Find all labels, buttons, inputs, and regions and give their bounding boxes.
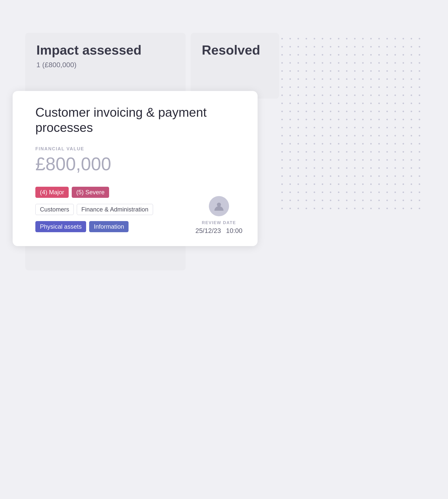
tag-severe[interactable]: (5) Severe (72, 187, 109, 198)
decorative-dot (403, 151, 404, 153)
decorative-dot (354, 54, 356, 56)
decorative-dot (362, 208, 364, 209)
decorative-dot (362, 111, 364, 112)
decorative-dot (419, 94, 420, 96)
decorative-dot (314, 183, 315, 185)
decorative-dot (403, 200, 404, 201)
decorative-dot (378, 167, 380, 169)
decorative-dot (403, 159, 404, 161)
decorative-dot (297, 119, 299, 120)
decorative-dot (354, 200, 356, 201)
decorative-dot (362, 159, 364, 161)
review-time-value: 10:00 (226, 227, 242, 235)
decorative-dot (362, 103, 364, 104)
decorative-dot (338, 111, 339, 112)
decorative-dot (338, 151, 339, 153)
decorative-dot (281, 167, 283, 169)
decorative-dot (386, 151, 388, 153)
review-date: 25/12/23 10:00 (195, 227, 242, 235)
decorative-dot (362, 135, 364, 136)
decorative-dot (419, 62, 420, 64)
decorative-dot (306, 70, 307, 72)
decorative-dot (386, 38, 388, 39)
decorative-dot (314, 54, 315, 56)
decorative-dot (289, 159, 291, 161)
decorative-dot (346, 103, 347, 104)
dot-grid-decoration (276, 33, 448, 260)
decorative-dot (386, 86, 388, 88)
decorative-dot (322, 159, 323, 161)
decorative-dot (289, 103, 291, 104)
decorative-dot (330, 143, 331, 145)
decorative-dot (411, 192, 412, 193)
decorative-dot (370, 78, 372, 80)
decorative-dot (386, 62, 388, 64)
decorative-dot (338, 70, 339, 72)
decorative-dot (346, 183, 347, 185)
decorative-dot (354, 167, 356, 169)
decorative-dot (362, 183, 364, 185)
decorative-dot (314, 159, 315, 161)
decorative-dot (297, 54, 299, 56)
decorative-dot (378, 151, 380, 153)
tag-physical-assets[interactable]: Physical assets (35, 221, 86, 232)
tag-information[interactable]: Information (89, 221, 129, 232)
decorative-dot (403, 192, 404, 193)
decorative-dot (297, 183, 299, 185)
decorative-dot (314, 86, 315, 88)
decorative-dot (297, 200, 299, 201)
tag-major[interactable]: (4) Major (35, 187, 69, 198)
main-card: Customer invoicing & payment processes F… (13, 91, 258, 246)
decorative-dot (338, 103, 339, 104)
decorative-dot (378, 119, 380, 120)
decorative-dot (354, 94, 356, 96)
decorative-dot (378, 70, 380, 72)
decorative-dot (419, 46, 420, 47)
decorative-dot (354, 135, 356, 136)
decorative-dot (289, 38, 291, 39)
decorative-dot (306, 183, 307, 185)
decorative-dot (394, 54, 396, 56)
decorative-dot (378, 46, 380, 47)
decorative-dot (314, 46, 315, 47)
decorative-dot (314, 119, 315, 120)
decorative-dot (394, 111, 396, 112)
decorative-dot (386, 183, 388, 185)
decorative-dot (322, 119, 323, 120)
decorative-dot (297, 86, 299, 88)
decorative-dot (370, 183, 372, 185)
decorative-dot (411, 167, 412, 169)
decorative-dot (411, 46, 412, 47)
decorative-dot (306, 94, 307, 96)
decorative-dot (378, 135, 380, 136)
decorative-dot (330, 62, 331, 64)
tag-finance[interactable]: Finance & Administration (77, 204, 153, 215)
decorative-dot (322, 143, 323, 145)
decorative-dot (411, 62, 412, 64)
decorative-dot (306, 111, 307, 112)
decorative-dot (322, 103, 323, 104)
decorative-dot (378, 54, 380, 56)
decorative-dot (403, 143, 404, 145)
decorative-dot (370, 54, 372, 56)
decorative-dot (314, 135, 315, 136)
decorative-dot (297, 46, 299, 47)
decorative-dot (403, 167, 404, 169)
decorative-dot (403, 46, 404, 47)
decorative-dot (378, 183, 380, 185)
tag-customers[interactable]: Customers (35, 204, 74, 215)
decorative-dot (370, 103, 372, 104)
decorative-dot (394, 127, 396, 128)
decorative-dot (403, 111, 404, 112)
decorative-dot (411, 103, 412, 104)
decorative-dot (297, 94, 299, 96)
card-title: Customer invoicing & payment processes (35, 105, 242, 135)
decorative-dot (289, 78, 291, 80)
decorative-dot (370, 119, 372, 120)
decorative-dot (386, 78, 388, 80)
decorative-dot (411, 135, 412, 136)
decorative-dot (354, 78, 356, 80)
decorative-dot (346, 54, 347, 56)
decorative-dot (314, 127, 315, 128)
decorative-dot (386, 127, 388, 128)
